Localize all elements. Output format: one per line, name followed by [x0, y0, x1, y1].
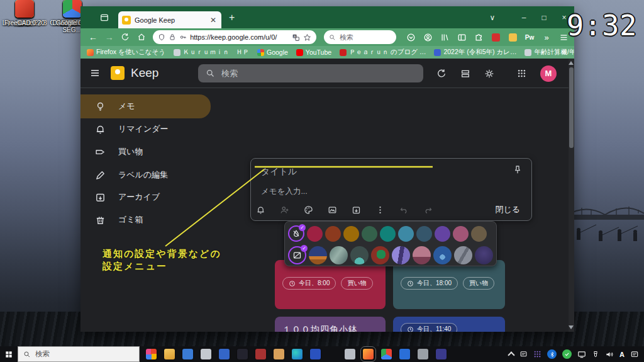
settings-gear-icon[interactable] [484, 69, 494, 79]
background-thumbnail[interactable] [350, 246, 369, 264]
sidebar-item-shopping-label[interactable]: 買い物 [80, 140, 211, 163]
bookmarks-overflow-icon[interactable]: » [562, 48, 566, 57]
taskbar-app-icon[interactable] [399, 349, 410, 359]
background-thumbnail[interactable] [330, 246, 348, 264]
shield-icon[interactable] [158, 33, 165, 41]
network-monitor-icon[interactable] [577, 350, 586, 359]
background-thumbnail[interactable] [433, 246, 452, 264]
background-thumbnail[interactable] [392, 246, 410, 264]
bookmark-item[interactable]: Ｐｅａｒｕｎ のブログ … [340, 48, 426, 57]
collaborator-icon[interactable] [280, 205, 289, 215]
firefox-view-icon[interactable] [97, 11, 112, 24]
bookmark-item[interactable]: 2022年 (令和5年) カレ… [434, 48, 516, 57]
taskbar-app-icon[interactable] [182, 349, 193, 359]
compose-note-card[interactable]: タイトル メモを入力... 閉じる [250, 158, 532, 221]
background-thumbnail[interactable] [475, 246, 493, 264]
no-background-option[interactable]: ✓ [288, 246, 306, 264]
note-title-input[interactable]: タイトル [261, 166, 297, 178]
note-card-teal[interactable]: 今日、18:00 買い物 [393, 260, 505, 309]
bookmark-item[interactable]: YouTube [296, 48, 331, 56]
password-extension-icon[interactable]: Pw [524, 31, 535, 43]
list-all-tabs-button[interactable]: ∨ [482, 6, 502, 28]
library-icon[interactable] [439, 31, 450, 43]
taskbar-app-icon[interactable] [237, 349, 248, 359]
note-body-input[interactable]: メモを入力... [261, 186, 308, 197]
taskbar-app-icon[interactable] [345, 349, 355, 359]
taskbar-app-icon[interactable] [310, 349, 321, 359]
main-menu-icon[interactable] [89, 67, 101, 79]
tray-document-icon[interactable] [519, 350, 528, 358]
sidebar-item-reminders[interactable]: リマインダー [80, 118, 211, 140]
keep-search-bar[interactable]: 検索 [198, 64, 423, 82]
ime-language-indicator[interactable]: A [619, 351, 625, 358]
tray-grid-icon[interactable] [533, 350, 541, 358]
security-check-icon[interactable] [562, 349, 572, 359]
maximize-button[interactable]: □ [534, 6, 554, 28]
redo-icon[interactable] [423, 205, 433, 215]
new-tab-button[interactable]: + [229, 12, 235, 23]
taskbar-app-icon[interactable] [292, 349, 303, 359]
google-apps-grid-icon[interactable] [517, 69, 526, 78]
background-options-palette-icon[interactable] [304, 205, 313, 215]
taskbar-app-icon[interactable] [436, 349, 447, 359]
note-card-crimson[interactable]: 今日、8:00 買い物 [275, 260, 386, 309]
undo-icon[interactable] [399, 205, 409, 215]
extensions-puzzle-icon[interactable] [473, 31, 484, 43]
account-icon[interactable] [422, 31, 433, 43]
tab-close-icon[interactable]: ✕ [209, 16, 218, 25]
taskbar-app-icon[interactable] [255, 349, 266, 359]
color-swatch[interactable] [362, 226, 377, 242]
permissions-key-icon[interactable] [179, 33, 187, 41]
sidebars-icon[interactable] [456, 31, 467, 43]
refresh-icon[interactable] [436, 69, 447, 79]
extension-yellow-icon[interactable] [507, 31, 518, 43]
sidebar-item-trash[interactable]: ゴミ箱 [80, 208, 211, 231]
sidebar-item-edit-labels[interactable]: ラベルの編集 [80, 164, 211, 186]
color-swatch[interactable] [435, 226, 450, 242]
taskbar-app-icon[interactable] [201, 349, 211, 359]
label-chip[interactable]: 買い物 [341, 277, 372, 290]
back-button[interactable]: ← [86, 32, 101, 42]
taskbar-app-icon[interactable] [381, 349, 392, 359]
reminder-chip[interactable]: 今日、18:00 [401, 277, 458, 290]
notification-center-icon[interactable] [630, 350, 639, 359]
bookmark-star-icon[interactable] [303, 33, 311, 42]
background-thumbnail[interactable] [371, 246, 389, 264]
color-swatch[interactable] [380, 226, 396, 242]
home-button[interactable] [134, 33, 149, 42]
list-view-icon[interactable] [460, 69, 470, 79]
archive-note-icon[interactable] [352, 205, 361, 215]
reminder-bell-icon[interactable] [256, 205, 265, 215]
bookmark-item[interactable]: Firefox を使いこなそう [87, 48, 165, 57]
note-card-purple[interactable]: １００均四角小鉢 今日、11:50 [275, 317, 386, 332]
background-thumbnail[interactable] [309, 246, 327, 264]
bluetooth-icon[interactable] [547, 349, 557, 359]
taskbar-app-icon[interactable] [164, 349, 175, 359]
sidebar-item-archive[interactable]: アーカイブ [80, 186, 211, 208]
bookmark-item[interactable]: 年齢計算機/年齢早見表 [525, 48, 574, 57]
background-thumbnail[interactable] [454, 246, 472, 264]
close-note-button[interactable]: 閉じる [489, 202, 526, 217]
lock-icon[interactable] [169, 33, 176, 41]
color-swatch[interactable] [471, 226, 487, 242]
taskbar-app-icon[interactable] [274, 349, 284, 359]
url-text[interactable]: https://keep.google.com/u/0/ [190, 33, 289, 41]
scroll-up-arrow[interactable] [569, 61, 574, 65]
color-swatch[interactable] [325, 226, 341, 242]
taskbar-app-icon[interactable] [146, 349, 157, 359]
color-swatch[interactable] [307, 226, 323, 242]
color-swatch[interactable] [343, 226, 359, 242]
extension-red-icon[interactable] [490, 31, 501, 43]
usb-device-icon[interactable] [592, 351, 599, 358]
scrollbar-thumb[interactable] [569, 67, 574, 148]
reminder-chip[interactable]: 今日、8:00 [282, 277, 336, 290]
note-card-autumn-image[interactable]: 今日、11:40 [393, 317, 505, 332]
color-swatch[interactable] [416, 226, 432, 242]
minimize-button[interactable]: – [514, 6, 534, 28]
account-avatar[interactable]: M [540, 65, 557, 82]
hidden-icons-chevron[interactable] [509, 351, 514, 358]
bookmark-item[interactable]: Google [257, 48, 288, 56]
forward-button[interactable]: → [102, 32, 117, 42]
volume-icon[interactable] [605, 350, 614, 359]
translate-icon[interactable] [292, 33, 300, 42]
